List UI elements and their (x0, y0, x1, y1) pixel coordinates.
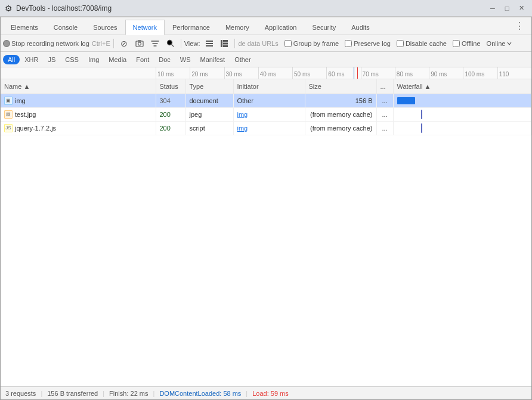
tab-elements[interactable]: Elements (3, 19, 46, 35)
cell-initiator: img (233, 121, 305, 135)
group-by-frame-option[interactable]: Group by frame (284, 40, 339, 47)
cell-dots[interactable]: ... (376, 94, 393, 107)
header-initiator[interactable]: Initiator (233, 79, 305, 94)
filter-button[interactable] (148, 36, 162, 51)
file-icon-img: ▨ (4, 110, 13, 119)
header-waterfall[interactable]: Waterfall ▲ (393, 79, 531, 94)
disable-cache-checkbox[interactable] (397, 40, 404, 47)
close-button[interactable]: ✕ (515, 2, 527, 14)
svg-rect-5 (206, 41, 213, 42)
cell-initiator: Other (233, 94, 305, 107)
filter-tabs-bar: All XHR JS CSS Img Media Font Doc WS Man… (1, 52, 531, 67)
view-label: View: (184, 40, 200, 47)
filter-js[interactable]: JS (43, 55, 60, 64)
cell-status: 200 (156, 121, 185, 135)
cell-dots[interactable]: ... (376, 121, 393, 135)
sep-3 (234, 39, 235, 48)
waterfall-tick (421, 123, 422, 133)
header-type[interactable]: Type (185, 79, 233, 94)
stop-recording-icon[interactable] (3, 40, 10, 47)
tab-security[interactable]: Security (304, 19, 344, 35)
preserve-log-option[interactable]: Preserve log (345, 40, 391, 47)
throttle-label: Online (487, 40, 506, 47)
preserve-log-label: Preserve log (354, 40, 391, 47)
screenshot-button[interactable] (132, 36, 147, 51)
initiator-link[interactable]: img (237, 111, 248, 118)
filter-other[interactable]: Other (230, 55, 256, 64)
header-status[interactable]: Status (156, 79, 185, 94)
disable-cache-option[interactable]: Disable cache (397, 40, 447, 47)
svg-rect-9 (223, 40, 228, 42)
group-by-frame-checkbox[interactable] (284, 40, 292, 47)
offline-option[interactable]: Offline (453, 40, 481, 47)
header-name[interactable]: Name ▲ (1, 79, 156, 94)
filter-font[interactable]: Font (131, 55, 154, 64)
cell-dots[interactable]: ... (376, 107, 393, 121)
filter-ws[interactable]: WS (175, 55, 196, 64)
initiator-link[interactable]: img (237, 125, 248, 132)
disable-cache-label: Disable cache (406, 40, 447, 47)
svg-rect-7 (206, 45, 213, 46)
filter-manifest[interactable]: Manifest (196, 55, 230, 64)
tab-performance[interactable]: Performance (165, 19, 218, 35)
main-tabs-bar: Elements Console Sources Network Perform… (1, 17, 531, 35)
stop-recording-area: Stop recording network log Ctrl+E (3, 40, 110, 47)
preserve-log-checkbox[interactable] (345, 40, 352, 47)
table-row[interactable]: ▨ test.jpg 200 jpeg img (from memory cac… (1, 107, 531, 121)
filter-all[interactable]: All (3, 55, 20, 64)
cell-size: 156 B (305, 94, 376, 107)
cell-size: (from memory cache) (305, 107, 376, 121)
cell-waterfall (393, 94, 531, 107)
list-view-button[interactable] (202, 36, 216, 51)
throttle-dropdown[interactable]: Online (484, 39, 515, 48)
filter-css[interactable]: CSS (60, 55, 83, 64)
title-bar: ⚙ DevTools - localhost:7008/img ─ □ ✕ (0, 0, 532, 17)
waterfall-bar-container (397, 94, 528, 107)
devtools-panel: Elements Console Sources Network Perform… (0, 17, 532, 400)
cell-type: document (185, 94, 233, 107)
table-header: Name ▲ Status Type Initiator Size ... Wa… (1, 79, 531, 94)
tab-application[interactable]: Application (257, 19, 305, 35)
minimize-button[interactable]: ─ (487, 2, 499, 14)
waterfall-bar (397, 97, 415, 104)
header-size[interactable]: Size (305, 79, 376, 94)
table-row[interactable]: JS jquery-1.7.2.js 200 script img (from … (1, 121, 531, 135)
shortcut-label: Ctrl+E (92, 40, 110, 47)
maximize-button[interactable]: □ (501, 2, 513, 14)
file-name: img (15, 97, 26, 104)
dom-content-loaded-time: DOMContentLoaded: 58 ms (159, 390, 241, 397)
sep-2 (181, 39, 181, 48)
network-table-container[interactable]: Name ▲ Status Type Initiator Size ... Wa… (1, 79, 531, 386)
status-bar: 3 requests | 156 B transferred | Finish:… (1, 386, 531, 399)
svg-rect-6 (206, 43, 213, 44)
stop-recording-label: Stop recording network log (11, 40, 89, 47)
load-marker (357, 67, 358, 79)
header-more[interactable]: ... (376, 79, 393, 94)
sep-status-3: | (153, 390, 155, 397)
cell-waterfall (393, 121, 531, 135)
filter-doc[interactable]: Doc (154, 55, 175, 64)
tab-audits[interactable]: Audits (344, 19, 378, 35)
tab-console[interactable]: Console (46, 19, 85, 35)
clear-button[interactable]: ⊘ (117, 36, 131, 51)
tree-view-button[interactable] (217, 36, 231, 51)
filter-media[interactable]: Media (104, 55, 131, 64)
search-button[interactable] (163, 36, 178, 51)
table-row[interactable]: ▣ img 304 document Other 156 B ... (1, 94, 531, 107)
filter-img[interactable]: Img (83, 55, 104, 64)
filter-xhr[interactable]: XHR (20, 55, 43, 64)
svg-rect-2 (138, 40, 141, 41)
file-name: test.jpg (15, 111, 36, 118)
hide-data-urls: de data URLs (238, 40, 278, 47)
finish-time: Finish: 22 ms (109, 390, 148, 397)
dom-content-loaded-marker (354, 67, 354, 79)
tab-network[interactable]: Network (125, 20, 165, 35)
offline-checkbox[interactable] (453, 40, 460, 47)
tab-memory[interactable]: Memory (218, 19, 257, 35)
tab-sources[interactable]: Sources (85, 19, 125, 35)
svg-rect-11 (223, 45, 228, 47)
cell-status: 304 (156, 94, 185, 107)
more-tabs-button[interactable]: ⋮ (510, 18, 529, 34)
network-table: Name ▲ Status Type Initiator Size ... Wa… (1, 79, 531, 135)
svg-point-1 (138, 42, 141, 45)
